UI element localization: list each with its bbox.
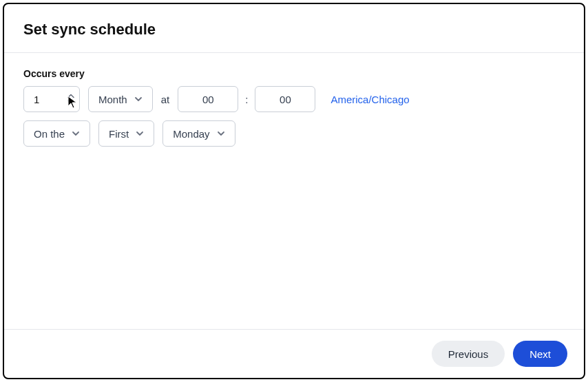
modal-title: Set sync schedule (23, 21, 565, 39)
chevron-down-icon (136, 131, 144, 136)
chevron-down-icon (72, 131, 80, 136)
on-the-select[interactable]: On the (23, 120, 90, 147)
ordinal-select[interactable]: First (98, 120, 154, 147)
chevron-down-icon (134, 96, 143, 102)
minute-input[interactable]: 00 (255, 86, 315, 112)
at-label: at (161, 94, 170, 105)
next-button[interactable]: Next (513, 341, 567, 367)
hour-value: 00 (202, 94, 214, 105)
weekday-value: Monday (173, 128, 209, 140)
weekday-select[interactable]: Monday (162, 120, 235, 147)
minute-value: 00 (280, 94, 291, 105)
interval-value: 1 (34, 94, 39, 105)
modal-body: Occurs every 1 Month at 00 : (4, 53, 584, 329)
modal-footer: Previous Next (4, 329, 584, 378)
sync-schedule-modal: Set sync schedule Occurs every 1 Month a… (3, 3, 585, 379)
ordinal-value: First (109, 128, 129, 140)
stepper-controls[interactable] (67, 94, 75, 105)
chevron-down-icon (217, 131, 225, 136)
schedule-row-1: 1 Month at 00 : 00 America/Chicago (23, 86, 565, 112)
modal-header: Set sync schedule (4, 4, 584, 53)
unit-select-value: Month (98, 94, 127, 105)
on-the-value: On the (34, 128, 65, 140)
occurs-every-label: Occurs every (23, 68, 565, 79)
chevron-up-icon (67, 94, 75, 99)
hour-input[interactable]: 00 (178, 86, 238, 112)
previous-button[interactable]: Previous (432, 341, 505, 367)
schedule-row-2: On the First Monday (23, 120, 565, 147)
timezone-link[interactable]: America/Chicago (330, 94, 409, 105)
chevron-down-icon (67, 100, 75, 105)
time-colon: : (245, 94, 248, 105)
interval-stepper[interactable]: 1 (23, 86, 80, 112)
unit-select[interactable]: Month (88, 86, 153, 112)
